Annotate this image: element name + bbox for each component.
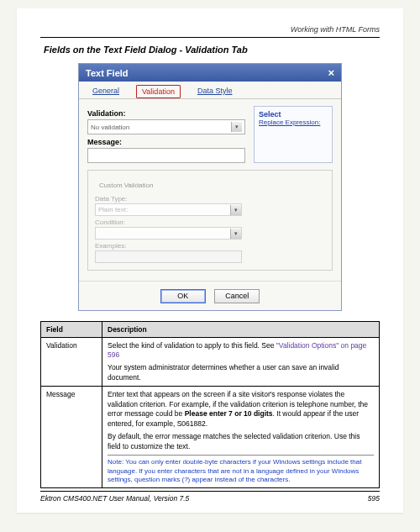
- custom-validation-fieldset: Custom Validation Data Type: Plain text:…: [87, 170, 333, 271]
- field-description-table: Field Description Validation Select the …: [40, 321, 380, 489]
- col-description: Description: [102, 321, 380, 337]
- cancel-button[interactable]: Cancel: [214, 289, 260, 303]
- header-rule: [40, 37, 380, 38]
- tab-datastyle[interactable]: Data Style: [192, 85, 238, 98]
- header-breadcrumb: Working with HTML Forms: [40, 25, 380, 34]
- page-footer: Ektron CMS400.NET User Manual, Version 7…: [40, 491, 380, 503]
- tab-general[interactable]: General: [87, 85, 124, 98]
- validation-select-value: No validation: [91, 124, 129, 131]
- tab-strip: General Validation Data Style: [79, 82, 341, 99]
- select-panel-title: Select: [259, 110, 328, 119]
- row-validation-desc: Select the kind of validation to apply t…: [102, 337, 380, 387]
- dialog-button-row: OK Cancel: [79, 281, 341, 310]
- condition-select: ▾: [95, 227, 242, 240]
- section-title: Fields on the Text Field Dialog - Valida…: [44, 45, 380, 55]
- message-note: Note: You can only enter double-byte cha…: [108, 455, 374, 484]
- dialog-body: Validation: No validation ▾ Message: Sel…: [79, 99, 341, 277]
- footer-left: Ektron CMS400.NET User Manual, Version 7…: [40, 494, 189, 503]
- text-field-dialog: Text Field × General Validation Data Sty…: [78, 63, 342, 311]
- datatype-select: Plain text: ▾: [95, 203, 242, 216]
- chevron-down-icon: ▾: [230, 229, 241, 239]
- row-message-desc: Enter text that appears on the screen if…: [102, 387, 380, 488]
- datatype-label: Data Type:: [95, 195, 325, 203]
- row-message-field: Message: [41, 387, 102, 488]
- chevron-down-icon: ▾: [230, 205, 241, 215]
- select-panel: Select Replace Expression:: [254, 106, 333, 163]
- ok-button[interactable]: OK: [160, 289, 206, 303]
- table-row: Message Enter text that appears on the s…: [41, 387, 380, 488]
- plaintext-value: Plain text:: [98, 206, 128, 213]
- validation-select[interactable]: No validation ▾: [87, 119, 245, 134]
- examples-label: Examples:: [95, 242, 325, 250]
- table-row: Validation Select the kind of validation…: [41, 337, 380, 387]
- custom-validation-legend: Custom Validation: [97, 182, 155, 189]
- dialog-title: Text Field: [86, 68, 129, 78]
- replace-expression-link[interactable]: Replace Expression:: [259, 119, 328, 126]
- close-icon[interactable]: ×: [328, 67, 334, 78]
- validation-label: Validation:: [87, 109, 245, 118]
- message-label: Message:: [87, 138, 245, 146]
- row-validation-field: Validation: [41, 337, 102, 387]
- col-field: Field: [41, 321, 102, 337]
- tab-validation[interactable]: Validation: [136, 85, 181, 98]
- dialog-titlebar: Text Field ×: [79, 64, 341, 82]
- examples-input: [95, 250, 242, 263]
- condition-label: Condition:: [95, 219, 325, 226]
- message-input[interactable]: [87, 148, 245, 163]
- footer-page-number: 595: [368, 494, 380, 503]
- chevron-down-icon: ▾: [231, 122, 242, 132]
